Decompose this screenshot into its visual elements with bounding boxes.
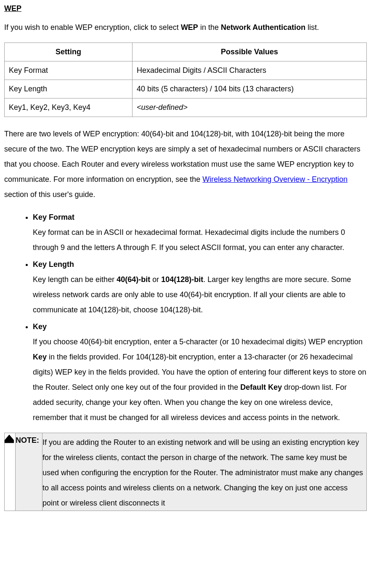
intro-paragraph: If you wish to enable WEP encryption, cl…: [4, 22, 367, 33]
kl-mid: or: [150, 275, 161, 284]
td-setting: Key Length: [5, 80, 132, 98]
intro-text-mid: in the: [198, 23, 221, 32]
table-row: Key Length 40 bits (5 characters) / 104 …: [5, 80, 367, 98]
bullet-list: Key Format Key format can be in ASCII or…: [4, 210, 367, 425]
td-values: Hexadecimal Digits / ASCII Characters: [132, 61, 366, 80]
list-item: Key Format Key format can be in ASCII or…: [33, 210, 367, 255]
th-values: Possible Values: [132, 43, 366, 61]
li-body-key-length: Key length can be either 40(64)-bit or 1…: [33, 272, 367, 317]
table-row: Key1, Key2, Key3, Key4 <user-defined>: [5, 98, 367, 117]
para2-post: section of this user's guide.: [4, 190, 95, 199]
list-item: Key If you choose 40(64)-bit encryption,…: [33, 319, 367, 425]
table-header-row: Setting Possible Values: [5, 43, 367, 61]
kl-pre: Key length can be either: [33, 275, 117, 284]
note-icon-cell: [5, 433, 16, 511]
li-title-key: Key: [33, 319, 367, 334]
kl-bold-40: 40(64)-bit: [117, 275, 150, 284]
td-setting: Key Format: [5, 61, 132, 80]
description-paragraph: There are two levels of WEP encryption: …: [4, 126, 367, 202]
list-item: Key Length Key length can be either 40(6…: [33, 257, 367, 317]
settings-table: Setting Possible Values Key Format Hexad…: [4, 43, 367, 117]
note-body: If you are adding the Router to an exist…: [42, 433, 367, 511]
li-title-key-length: Key Length: [33, 257, 367, 272]
note-label: NOTE:: [16, 433, 42, 511]
td-values: <user-defined>: [132, 98, 366, 117]
li-title-key-format: Key Format: [33, 210, 367, 225]
intro-bold-na: Network Authentication: [221, 23, 305, 32]
kl-bold-104: 104(128)-bit: [161, 275, 203, 284]
k-bold-key: Key: [33, 353, 47, 361]
li-body-key-format: Key format can be in ASCII or hexadecima…: [33, 225, 367, 255]
k-pre: If you choose 40(64)-bit encryption, ent…: [33, 338, 363, 346]
section-heading-wep: WEP: [4, 4, 367, 13]
td-values: 40 bits (5 characters) / 104 bits (13 ch…: [132, 80, 366, 98]
note-box: NOTE: If you are adding the Router to an…: [4, 433, 367, 511]
encryption-overview-link[interactable]: Wireless Networking Overview - Encryptio…: [202, 175, 347, 184]
table-row: Key Format Hexadecimal Digits / ASCII Ch…: [5, 61, 367, 80]
li-body-key: If you choose 40(64)-bit encryption, ent…: [33, 334, 367, 425]
th-setting: Setting: [5, 43, 132, 61]
note-icon: [5, 435, 14, 443]
k-bold-defaultkey: Default Key: [240, 383, 282, 391]
td-setting: Key1, Key2, Key3, Key4: [5, 98, 132, 117]
intro-text-post: list.: [305, 23, 319, 32]
intro-text-pre: If you wish to enable WEP encryption, cl…: [4, 23, 181, 32]
td-values-italic: <user-defined>: [137, 103, 188, 112]
intro-bold-wep: WEP: [181, 23, 198, 32]
